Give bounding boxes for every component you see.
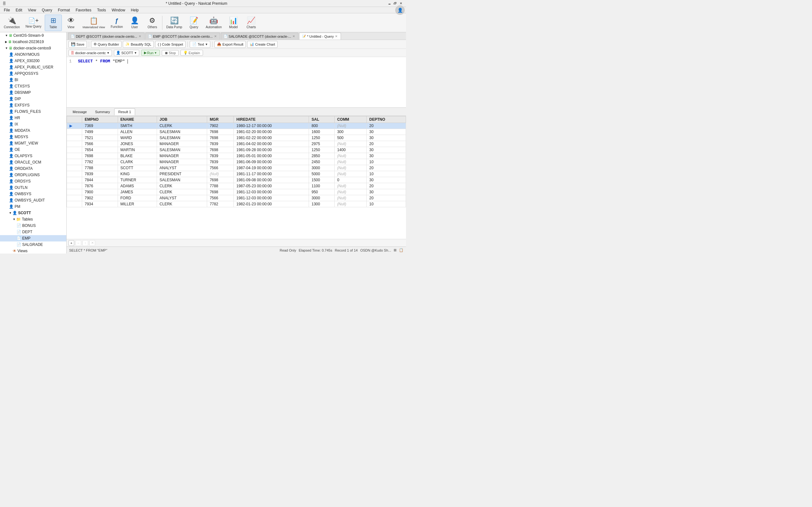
tab-emp-close[interactable]: ✕ bbox=[214, 35, 217, 38]
sidebar-item-owbsys[interactable]: 👤 OWBSYS bbox=[0, 191, 66, 197]
sidebar-item-pm[interactable]: 👤 PM bbox=[0, 204, 66, 210]
sidebar-item-appqossys[interactable]: 👤 APPQOSSYS bbox=[0, 70, 66, 77]
table-row[interactable]: 7566JONESMANAGER78391981-04-02 00:00:002… bbox=[67, 141, 406, 147]
code-snippet-button[interactable]: { } Code Snippet bbox=[155, 41, 186, 48]
toolbar-user[interactable]: 👤 User bbox=[126, 14, 143, 31]
explain-button[interactable]: 💡 Explain bbox=[181, 50, 203, 56]
table-row[interactable]: 7902FORDANALYST75661981-12-03 00:00:0030… bbox=[67, 195, 406, 201]
col-header-hiredate[interactable]: HIREDATE bbox=[234, 116, 309, 123]
table-row[interactable]: ▶7369SMITHCLERK79021980-12-17 00:00:0080… bbox=[67, 123, 406, 129]
col-header-ename[interactable]: ENAME bbox=[118, 116, 157, 123]
sidebar-item-dept[interactable]: 📄 DEPT bbox=[0, 229, 66, 235]
sidebar-item-mddata[interactable]: 👤 MDDATA bbox=[0, 127, 66, 134]
tab-salgrade[interactable]: 📄 SALGRADE @SCOTT (docker-oracle-... ✕ bbox=[221, 33, 299, 40]
sidebar-item-ordplugins[interactable]: 👤 ORDPLUGINS bbox=[0, 172, 66, 178]
sidebar-item-anonymous[interactable]: 👤 ANONYMOUS bbox=[0, 51, 66, 58]
sidebar-item-views[interactable]: 👁 Views bbox=[0, 248, 66, 253]
sidebar-item-apex030200[interactable]: 👤 APEX_030200 bbox=[0, 58, 66, 64]
sidebar-item-bonus[interactable]: 📄 BONUS bbox=[0, 222, 66, 229]
stop-button[interactable]: ⏹ Stop bbox=[162, 50, 179, 56]
tab-emp[interactable]: 📄 EMP @SCOTT (docker-oracle-cento... ✕ bbox=[145, 33, 220, 40]
form-view-icon[interactable]: 📋 bbox=[399, 248, 403, 252]
col-header-sal[interactable]: SAL bbox=[309, 116, 335, 123]
maximize-button[interactable]: 🗗 bbox=[393, 1, 398, 6]
toolbar-materialized-view[interactable]: 📋 Materialized View bbox=[80, 14, 107, 31]
sidebar-item-olapsys[interactable]: 👤 OLAPSYS bbox=[0, 153, 66, 159]
sidebar-item-scott[interactable]: ▼ 👤 SCOTT bbox=[0, 210, 66, 216]
menu-format[interactable]: Format bbox=[55, 7, 72, 13]
sidebar-item-oe[interactable]: 👤 OE bbox=[0, 147, 66, 153]
sidebar-item-orddata[interactable]: 👤 ORDDATA bbox=[0, 165, 66, 172]
tab-query[interactable]: 📝 * Untitled - Query ✕ bbox=[299, 33, 341, 40]
menu-window[interactable]: Window bbox=[109, 7, 128, 13]
toolbar-function[interactable]: ƒ Function bbox=[108, 14, 125, 31]
sidebar-item-dip[interactable]: 👤 DIP bbox=[0, 96, 66, 102]
toolbar-new-query[interactable]: 📄+ New Query bbox=[23, 14, 44, 31]
col-header-mgr[interactable]: MGR bbox=[207, 116, 234, 123]
menu-help[interactable]: Help bbox=[129, 7, 142, 13]
save-button[interactable]: 💾 Save bbox=[68, 41, 87, 48]
table-row[interactable]: 7782CLARKMANAGER78391981-06-09 00:00:002… bbox=[67, 159, 406, 165]
sidebar-item-ctxsys[interactable]: 👤 CTXSYS bbox=[0, 83, 66, 89]
tab-dept-close[interactable]: ✕ bbox=[139, 35, 141, 38]
sidebar-item-salgrade[interactable]: 📄 SALGRADE bbox=[0, 241, 66, 248]
sidebar-item-mdsys[interactable]: 👤 MDSYS bbox=[0, 134, 66, 140]
sidebar-item-owbsys-audit[interactable]: 👤 OWBSYS_AUDIT bbox=[0, 197, 66, 204]
table-row[interactable]: 7876ADAMSCLERK77881987-05-23 00:00:00110… bbox=[67, 183, 406, 189]
create-chart-button[interactable]: 📊 Create Chart bbox=[247, 41, 277, 48]
menu-edit[interactable]: Edit bbox=[13, 7, 25, 13]
toolbar-view[interactable]: 👁 View bbox=[62, 14, 80, 31]
sidebar-item-localhost[interactable]: ▶ 🖥 localhost-2023619 bbox=[0, 39, 66, 45]
sidebar-item-centos[interactable]: ▼ 🖥 CentOS-Stream-9 bbox=[0, 32, 66, 39]
sidebar-item-outln[interactable]: 👤 OUTLN bbox=[0, 184, 66, 191]
table-row[interactable]: 7839KINGPRESIDENT(Null)1981-11-17 00:00:… bbox=[67, 171, 406, 177]
result-tab-result1[interactable]: Result 1 bbox=[114, 108, 135, 115]
run-button[interactable]: ▶ Run ▼ bbox=[141, 50, 160, 56]
schema-selector[interactable]: 👤 SCOTT ▼ bbox=[114, 50, 139, 56]
toolbar-charts[interactable]: 📈 Charts bbox=[243, 14, 260, 31]
sidebar-item-tables[interactable]: ▼ 📁 Tables bbox=[0, 216, 66, 222]
text-button[interactable]: 📄 Text ▼ bbox=[190, 41, 210, 48]
query-editor[interactable]: 1 SELECT * FROM "EMP" bbox=[67, 57, 406, 108]
sidebar-item-hr[interactable]: 👤 HR bbox=[0, 115, 66, 121]
add-row-button[interactable]: + bbox=[68, 240, 74, 246]
col-header-deptno[interactable]: DEPTNO bbox=[367, 116, 406, 123]
table-row[interactable]: 7521WARDSALESMAN76981981-02-22 00:00:001… bbox=[67, 135, 406, 141]
grid-view-icon[interactable]: ⊞ bbox=[394, 248, 397, 252]
table-row[interactable]: 7654MARTINSALESMAN76981981-09-28 00:00:0… bbox=[67, 147, 406, 153]
table-row[interactable]: 7499ALLENSALESMAN76981981-02-20 00:00:00… bbox=[67, 129, 406, 135]
menu-tools[interactable]: Tools bbox=[95, 7, 108, 13]
sidebar-item-exfsys[interactable]: 👤 EXFSYS bbox=[0, 102, 66, 108]
result-tab-message[interactable]: Message bbox=[68, 108, 91, 115]
sidebar-item-docker[interactable]: ▼ 🖥 docker-oracle-centos9 bbox=[0, 45, 66, 51]
menu-view[interactable]: View bbox=[26, 7, 39, 13]
toolbar-automation[interactable]: 🤖 Automation bbox=[203, 14, 224, 31]
minimize-button[interactable]: 🗕 bbox=[387, 1, 392, 6]
toolbar-data-pump[interactable]: 🔄 Data Pump bbox=[164, 14, 185, 31]
table-row[interactable]: 7900JAMESCLERK76981981-12-03 00:00:00950… bbox=[67, 189, 406, 195]
sidebar-item-dbsnmp[interactable]: 👤 DBSNMP bbox=[0, 89, 66, 96]
sidebar-item-ordsys[interactable]: 👤 ORDSYS bbox=[0, 178, 66, 184]
query-builder-button[interactable]: ⚙ Query Builder bbox=[91, 41, 121, 48]
table-row[interactable]: 7934MILLERCLERK77821982-01-23 00:00:0013… bbox=[67, 201, 406, 207]
col-header-job[interactable]: JOB bbox=[157, 116, 207, 123]
table-row[interactable]: 7698BLAKEMANAGER78391981-05-01 00:00:002… bbox=[67, 153, 406, 159]
menu-favorites[interactable]: Favorites bbox=[73, 7, 94, 13]
sidebar-item-flows-files[interactable]: 👤 FLOWS_FILES bbox=[0, 108, 66, 115]
result-tab-summary[interactable]: Summary bbox=[91, 108, 114, 115]
col-header-empno[interactable]: EMPNO bbox=[82, 116, 118, 123]
user-avatar[interactable]: 👤 bbox=[395, 5, 405, 15]
sidebar-item-bi[interactable]: 👤 BI bbox=[0, 77, 66, 83]
tab-dept[interactable]: 📄 DEPT @SCOTT (docker-oracle-cento... ✕ bbox=[68, 33, 145, 40]
sidebar-item-oracle-ocm[interactable]: 👤 ORACLE_OCM bbox=[0, 159, 66, 165]
sidebar-item-apex-public-user[interactable]: 👤 APEX_PUBLIC_USER bbox=[0, 64, 66, 70]
sidebar-item-ix[interactable]: 👤 IX bbox=[0, 121, 66, 127]
export-result-button[interactable]: 📤 Export Result bbox=[214, 41, 246, 48]
menu-file[interactable]: File bbox=[1, 7, 12, 13]
toolbar-connection[interactable]: 🔌 Connection bbox=[1, 14, 22, 31]
connection-selector[interactable]: 🗄 docker-oracle-centc ▼ bbox=[68, 50, 112, 56]
tab-salgrade-close[interactable]: ✕ bbox=[293, 35, 295, 38]
toolbar-table[interactable]: ⊞ Table bbox=[45, 14, 62, 31]
toolbar-model[interactable]: 📊 Model bbox=[225, 14, 242, 31]
toolbar-others[interactable]: ⚙ Others bbox=[144, 14, 161, 31]
